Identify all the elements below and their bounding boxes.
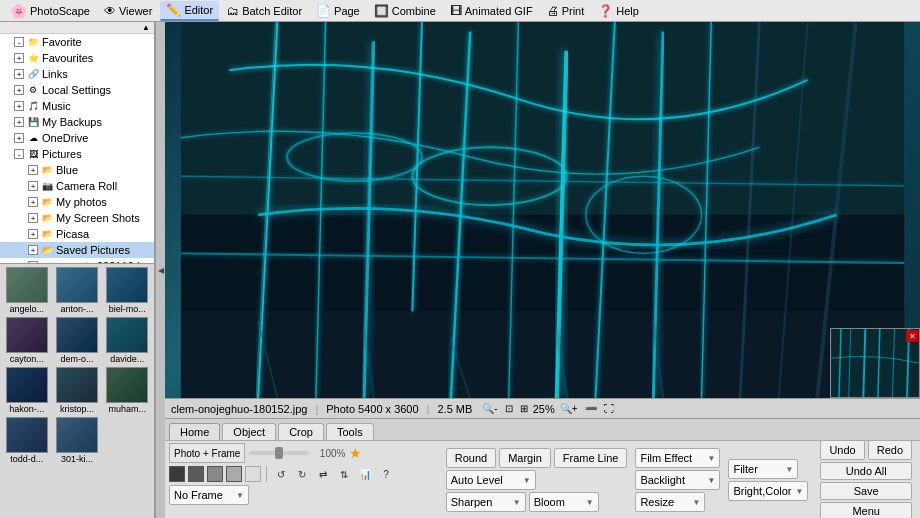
bright-color-dropdown[interactable]: Bright,Color ▼ <box>728 481 808 501</box>
sidebar-item-saved-pictures[interactable]: + 📂 Saved Pictures <box>0 242 154 258</box>
menu-page[interactable]: 📄 Page <box>310 2 366 20</box>
zoom-out-icon[interactable]: 🔍- <box>480 402 499 415</box>
color-btn-white[interactable] <box>245 466 261 482</box>
zoom-actual-icon[interactable]: ⊞ <box>518 402 530 415</box>
rotate-left-icon[interactable]: ↺ <box>272 465 290 483</box>
tab-crop[interactable]: Crop <box>278 423 324 440</box>
thumb-item[interactable]: kristop... <box>53 367 100 414</box>
menu-animated-gif[interactable]: 🎞 Animated GIF <box>444 2 539 20</box>
expand-icon[interactable]: + <box>14 101 24 111</box>
fullscreen-icon[interactable]: ⛶ <box>602 402 616 415</box>
menu-batch-editor[interactable]: 🗂 Batch Editor <box>221 2 308 20</box>
color-btn-gray[interactable] <box>207 466 223 482</box>
flip-h-icon[interactable]: ⇄ <box>314 465 332 483</box>
sidebar-item-favourites[interactable]: + ⭐ Favourites <box>0 50 154 66</box>
menu-button[interactable]: Menu <box>820 502 912 518</box>
pictures-icon: 🖼 <box>26 147 40 161</box>
expand-icon[interactable]: + <box>28 181 38 191</box>
thumb-item[interactable]: 301-ki... <box>53 417 100 464</box>
bottom-toolbar: Home Object Crop Tools Photo + Frame <box>165 418 920 518</box>
thumb-item[interactable]: todd-d... <box>3 417 50 464</box>
thumb-item[interactable]: hakon-... <box>3 367 50 414</box>
thumb-item[interactable]: angelo... <box>3 267 50 314</box>
menu-help[interactable]: ❓ Help <box>592 2 645 20</box>
sidebar-item-links[interactable]: + 🔗 Links <box>0 66 154 82</box>
photo-frame-label: Photo + Frame <box>174 448 240 459</box>
expand-icon[interactable]: + <box>14 117 24 127</box>
expand-icon[interactable]: - <box>14 149 24 159</box>
sidebar-item-blue[interactable]: + 📂 Blue <box>0 162 154 178</box>
rotate-right-icon[interactable]: ↻ <box>293 465 311 483</box>
thumb-item[interactable]: muham... <box>104 367 151 414</box>
sidebar-item-music[interactable]: + 🎵 Music <box>0 98 154 114</box>
thumb-item[interactable]: cayton... <box>3 317 50 364</box>
menu-editor[interactable]: ✏️ Editor <box>160 1 219 21</box>
zoom-fit-icon[interactable]: ⊡ <box>503 402 515 415</box>
sidebar-item-my-screen-shots[interactable]: + 📂 My Screen Shots <box>0 210 154 226</box>
flip-v-icon[interactable]: ⇅ <box>335 465 353 483</box>
separator <box>266 466 267 482</box>
expand-icon[interactable]: + <box>28 213 38 223</box>
sidebar-collapse-button[interactable]: ◀ <box>155 22 165 518</box>
menu-combine[interactable]: 🔲 Combine <box>368 2 442 20</box>
tab-object[interactable]: Object <box>222 423 276 440</box>
auto-level-dropdown[interactable]: Auto Level ▼ <box>446 470 536 490</box>
margin-button[interactable]: Margin <box>499 448 551 468</box>
expand-icon[interactable]: + <box>14 69 24 79</box>
sidebar-item-favorite[interactable]: - 📁 Favorite <box>0 34 154 50</box>
undo-button[interactable]: Undo <box>820 440 864 460</box>
histogram-icon[interactable]: 📊 <box>356 465 374 483</box>
expand-icon[interactable]: + <box>14 85 24 95</box>
expand-icon[interactable]: + <box>28 229 38 239</box>
bloom-dropdown[interactable]: Bloom ▼ <box>529 492 599 512</box>
scroll-up-icon[interactable]: ▲ <box>142 23 150 32</box>
thumb-item[interactable]: biel-mo... <box>104 267 151 314</box>
color-btn-light[interactable] <box>226 466 242 482</box>
expand-icon[interactable]: + <box>14 133 24 143</box>
sidebar-item-my-photos[interactable]: + 📂 My photos <box>0 194 154 210</box>
menu-viewer[interactable]: 👁 Viewer <box>98 2 158 20</box>
sidebar-item-my-backups[interactable]: + 💾 My Backups <box>0 114 154 130</box>
thumb-item[interactable]: davide... <box>104 317 151 364</box>
tab-home[interactable]: Home <box>169 423 220 440</box>
filter-dropdown[interactable]: Filter ▼ <box>728 459 798 479</box>
dropdown-arrow-icon: ▼ <box>586 498 594 507</box>
sharpen-dropdown[interactable]: Sharpen ▼ <box>446 492 526 512</box>
round-button[interactable]: Round <box>446 448 496 468</box>
backlight-dropdown[interactable]: Backlight ▼ <box>635 470 720 490</box>
menu-photoscaoe[interactable]: 🌸 PhotoScape <box>4 1 96 21</box>
main-image: ✕ <box>165 22 920 398</box>
expand-icon[interactable]: + <box>28 245 38 255</box>
expand-icon[interactable]: + <box>14 53 24 63</box>
sidebar-item-pictures[interactable]: - 🖼 Pictures <box>0 146 154 162</box>
frame-opacity-slider[interactable] <box>249 451 309 455</box>
resize-dropdown[interactable]: Resize ▼ <box>635 492 705 512</box>
sidebar-item-onedrive[interactable]: + ☁ OneDrive <box>0 130 154 146</box>
sidebar-item-local-settings[interactable]: + ⚙ Local Settings <box>0 82 154 98</box>
zoom-minus-icon[interactable]: ➖ <box>583 402 599 415</box>
sidebar-item-camera-roll[interactable]: + 📷 Camera Roll <box>0 178 154 194</box>
sidebar-item-picasa[interactable]: + 📂 Picasa <box>0 226 154 242</box>
no-frame-dropdown[interactable]: No Frame ▼ <box>169 485 249 505</box>
zoom-in-icon[interactable]: 🔍+ <box>558 402 580 415</box>
thumb-grid: angelo... anton-... biel-mo... cayton... <box>0 264 154 467</box>
film-effect-dropdown[interactable]: Film Effect ▼ <box>635 448 720 468</box>
thumb-item[interactable]: anton-... <box>53 267 100 314</box>
folder-icon: 📂 <box>40 211 54 225</box>
thumb-item[interactable]: dem-o... <box>53 317 100 364</box>
menu-print[interactable]: 🖨 Print <box>541 2 591 20</box>
cloud-icon: ☁ <box>26 131 40 145</box>
expand-icon[interactable]: + <box>28 165 38 175</box>
help-icon[interactable]: ? <box>377 465 395 483</box>
color-btn-dark[interactable] <box>188 466 204 482</box>
expand-icon[interactable]: - <box>14 37 24 47</box>
color-btn-black[interactable] <box>169 466 185 482</box>
tab-tools[interactable]: Tools <box>326 423 374 440</box>
mini-preview-close-button[interactable]: ✕ <box>906 330 918 342</box>
redo-button[interactable]: Redo <box>868 440 912 460</box>
undo-all-button[interactable]: Undo All <box>820 462 912 480</box>
expand-icon[interactable]: + <box>28 197 38 207</box>
frame-line-button[interactable]: Frame Line <box>554 448 628 468</box>
favorite-star-icon[interactable]: ★ <box>349 445 362 461</box>
save-button[interactable]: Save <box>820 482 912 500</box>
